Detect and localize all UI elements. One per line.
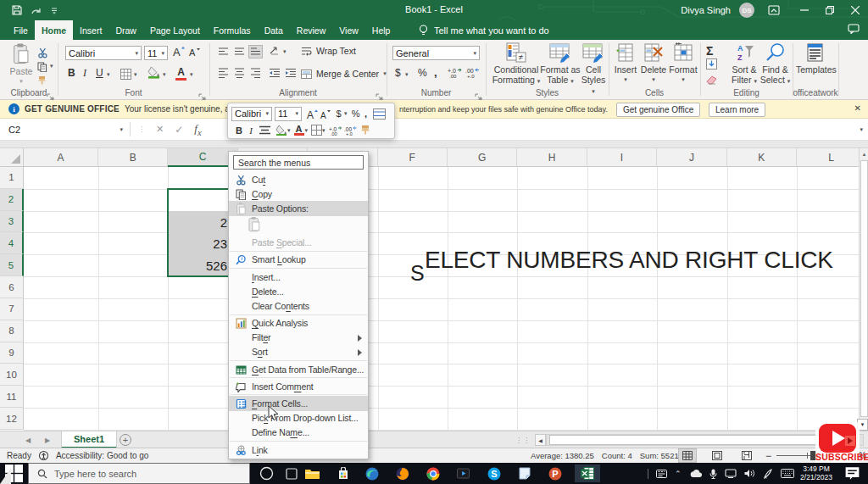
tab-data[interactable]: Data [258,20,290,40]
mini-font-size-combo[interactable]: 11▾ [275,107,302,121]
decrease-decimal-icon[interactable]: .00+.0 [465,67,480,78]
horizontal-scroll-thumb[interactable] [549,435,822,445]
menu-item-filter[interactable]: Filter [229,331,368,345]
underline-dropdown-icon[interactable]: ▾ [107,71,110,78]
worksheet-grid[interactable]: ABCDEFGHIJKL123456789101112223526 [0,148,860,431]
tellme-label[interactable]: Tell me what you want to do [434,25,549,36]
store-icon[interactable] [334,465,352,482]
copy-dropdown-icon[interactable]: ▾ [50,63,53,70]
learn-more-button[interactable]: Learn more [709,103,765,117]
context-menu-search-input[interactable]: Search the menus [233,155,364,170]
italic-icon[interactable]: I [83,67,86,80]
mini-bold-icon[interactable]: B [233,125,245,136]
touch-keyboard-icon[interactable] [781,469,794,478]
dialog-launcher-icon[interactable] [376,89,383,97]
tab-view[interactable]: View [332,20,365,40]
mini-font-color-icon[interactable]: A [293,125,305,136]
vertical-scroll-thumb[interactable] [860,160,868,417]
tab-draw[interactable]: Draw [108,20,143,40]
conditional-formatting-button[interactable]: ≠ConditionalFormatting ▾ [490,42,542,86]
normal-view-icon[interactable] [678,448,697,463]
paste-option-icon-button[interactable] [229,216,368,236]
tab-review[interactable]: Review [290,20,332,40]
menu-item-link[interactable]: Link [229,442,368,457]
cell-styles-button[interactable]: CellStyles ▾ [579,42,608,97]
decrease-indent-icon[interactable] [269,68,281,78]
column-header-A[interactable]: A [24,148,98,167]
menu-item-insert[interactable]: Insert... [229,270,368,284]
mini-merge-icon[interactable] [373,108,386,120]
row-header-4[interactable]: 4 [0,232,24,254]
menu-item-format-cells[interactable]: Format Cells... [229,396,368,410]
get-genuine-office-button[interactable]: Get genuine Office [616,103,700,117]
ribbon-display-options-icon[interactable] [768,5,780,15]
row-header-12[interactable]: 12 [0,408,24,430]
column-header-B[interactable]: B [98,148,168,167]
grow-font-icon[interactable]: A [172,45,185,57]
percent-style-icon[interactable]: % [418,67,427,79]
paste-button[interactable]: Paste▾ [7,43,36,86]
align-middle-icon[interactable] [232,45,247,58]
row-header-2[interactable]: 2 [0,189,24,211]
maximize-button[interactable] [817,0,843,20]
name-box[interactable]: C2 ▾ [0,119,131,140]
row-header-1[interactable]: 1 [0,167,24,189]
format-as-table-button[interactable]: Format asTable ▾ [538,42,582,86]
scroll-up-icon[interactable]: ▲ [860,148,868,159]
increase-decimal-icon[interactable]: +.0.00 [448,67,462,78]
minimize-button[interactable] [792,0,817,20]
tab-help[interactable]: Help [365,20,398,40]
tab-file[interactable]: File [7,20,35,40]
mini-percent-icon[interactable]: % [349,108,363,119]
mini-font-name-combo[interactable]: Calibri▾ [231,107,272,121]
column-header-L[interactable]: L [797,148,860,167]
mini-accounting-format-icon[interactable]: $ [333,108,344,119]
align-center-icon[interactable] [232,68,247,79]
accessibility-status[interactable]: Accessibility: Good to go [56,451,149,460]
horizontal-scrollbar[interactable]: ⋮⋮ ◀ [515,434,864,446]
expand-formula-bar-icon[interactable]: ▾ [860,126,863,133]
menu-item-quick-analysis[interactable]: Quick Analysis [229,316,368,331]
sheet-tab-sheet1[interactable]: Sheet1 [61,431,117,448]
page-break-view-icon[interactable] [737,448,756,463]
movies-tv-icon[interactable] [454,465,472,482]
scroll-left-icon[interactable]: ◀ [535,434,546,446]
feedback-comment-icon[interactable] [848,24,860,34]
dialog-launcher-icon[interactable] [475,89,482,97]
font-name-combo[interactable]: Calibri▾ [65,46,142,60]
menu-item-copy[interactable]: Copy [229,186,368,201]
mini-decrease-decimal-icon[interactable]: .00+.0 [344,125,357,136]
column-header-J[interactable]: J [657,148,726,167]
accounting-dropdown-icon[interactable]: ▾ [405,71,409,78]
orientation-icon[interactable] [269,45,281,55]
menu-item-pick-from-drop-down-list[interactable]: Pick From Drop-down List... [229,411,368,426]
mini-format-painter-icon[interactable] [360,125,371,136]
mini-increase-decimal-icon[interactable]: +.0.00 [329,125,342,136]
wrap-text-button[interactable]: Wrap Text [301,46,356,56]
mini-italic-icon[interactable]: I [245,125,257,136]
row-header-11[interactable]: 11 [0,386,24,408]
delete-cells-button[interactable]: Delete▾ [639,42,668,85]
column-header-F[interactable]: F [378,148,448,167]
borders-dropdown-icon[interactable]: ▾ [134,71,137,78]
shrink-font-icon[interactable]: A [188,47,200,57]
mini-borders-dropdown-icon[interactable]: ▾ [322,127,326,134]
firefox-icon[interactable] [393,465,411,482]
font-color-dropdown-icon[interactable]: ▾ [190,71,193,78]
tray-separator[interactable] [648,469,648,479]
clear-icon[interactable] [706,75,717,85]
network-display-icon[interactable] [725,469,737,478]
subscribe-label[interactable]: SUBSCRIBE [815,452,860,462]
format-cells-button[interactable]: Format▾ [668,42,698,85]
action-center-icon[interactable] [843,465,861,482]
row-header-9[interactable]: 9 [0,342,24,364]
fill-icon[interactable] [706,58,717,70]
pen-icon[interactable] [763,469,773,479]
menu-item-cut[interactable]: Cut [229,172,368,186]
microphone-icon[interactable] [709,469,717,479]
taskbar-clock[interactable]: 3:49 PM 2/21/2023 [798,465,835,481]
select-all-corner[interactable] [0,148,24,167]
menu-item-paste-options[interactable]: Paste Options: [229,201,368,215]
name-box-dropdown-icon[interactable]: ▾ [120,126,123,133]
skype-icon[interactable]: S [485,465,503,482]
